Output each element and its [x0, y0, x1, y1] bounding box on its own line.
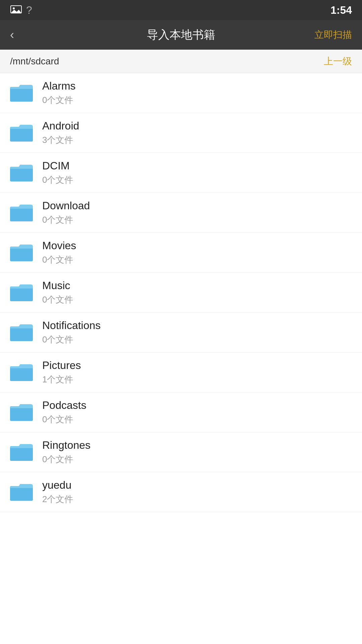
page-title: 导入本地书籍	[147, 27, 215, 43]
svg-rect-12	[10, 249, 33, 261]
folder-icon	[10, 243, 33, 263]
folder-item[interactable]: Podcasts 0个文件	[0, 392, 362, 432]
folder-name: Android	[42, 120, 79, 132]
folder-count: 0个文件	[42, 334, 101, 345]
folder-info: DCIM 0个文件	[42, 160, 73, 186]
folder-name: DCIM	[42, 160, 73, 172]
folder-info: Movies 0个文件	[42, 239, 76, 266]
scan-button[interactable]: 立即扫描	[314, 29, 352, 41]
folder-info: yuedu 2个文件	[42, 479, 73, 505]
svg-rect-22	[10, 448, 33, 461]
gallery-icon	[10, 4, 22, 16]
current-path: /mnt/sdcard	[10, 56, 59, 67]
svg-marker-2	[11, 10, 21, 13]
folder-item[interactable]: Notifications 0个文件	[0, 313, 362, 353]
folder-item[interactable]: Movies 0个文件	[0, 233, 362, 273]
folder-info: Notifications 0个文件	[42, 319, 101, 345]
folder-item[interactable]: Android 3个文件	[0, 113, 362, 153]
svg-rect-10	[10, 209, 33, 221]
folder-icon	[10, 482, 33, 502]
folder-icon	[10, 123, 33, 143]
folder-name: Alarms	[42, 80, 76, 92]
status-time: 1:54	[330, 4, 352, 16]
folder-name: Ringtones	[42, 439, 90, 451]
folder-icon	[10, 282, 33, 303]
status-bar: ? 1:54	[0, 0, 362, 20]
folder-name: Download	[42, 200, 90, 212]
folder-info: Alarms 0个文件	[42, 80, 76, 106]
status-icons: ?	[10, 4, 32, 16]
folder-name: Podcasts	[42, 399, 86, 412]
folder-count: 0个文件	[42, 294, 73, 306]
folder-count: 0个文件	[42, 414, 86, 425]
svg-rect-18	[10, 368, 33, 381]
folder-info: Android 3个文件	[42, 120, 79, 146]
folder-info: Ringtones 0个文件	[42, 439, 90, 465]
folder-count: 3个文件	[42, 134, 79, 146]
svg-rect-20	[10, 408, 33, 421]
folder-info: Download 0个文件	[42, 200, 90, 226]
folder-item[interactable]: yuedu 2个文件	[0, 472, 362, 512]
back-button[interactable]: ‹	[10, 28, 30, 42]
folder-icon	[10, 322, 33, 342]
folder-count: 0个文件	[42, 453, 90, 465]
svg-rect-16	[10, 328, 33, 341]
folder-icon	[10, 402, 33, 422]
folder-name: yuedu	[42, 479, 73, 491]
folder-name: Pictures	[42, 359, 81, 372]
folder-count: 0个文件	[42, 174, 73, 186]
folder-item[interactable]: Download 0个文件	[0, 193, 362, 233]
folder-name: Music	[42, 279, 73, 292]
folder-count: 1个文件	[42, 374, 81, 385]
folder-list: Alarms 0个文件 Android 3个文件 DCIM 0个文件	[0, 73, 362, 512]
folder-icon	[10, 163, 33, 183]
folder-info: Podcasts 0个文件	[42, 399, 86, 425]
folder-count: 0个文件	[42, 254, 76, 266]
svg-rect-6	[10, 129, 33, 142]
folder-item[interactable]: DCIM 0个文件	[0, 153, 362, 193]
folder-info: Pictures 1个文件	[42, 359, 81, 385]
folder-icon	[10, 83, 33, 103]
folder-name: Movies	[42, 239, 76, 252]
folder-item[interactable]: Pictures 1个文件	[0, 353, 362, 392]
folder-count: 0个文件	[42, 94, 76, 106]
folder-name: Notifications	[42, 319, 101, 332]
folder-icon	[10, 362, 33, 382]
folder-item[interactable]: Ringtones 0个文件	[0, 432, 362, 472]
path-bar: /mnt/sdcard 上一级	[0, 50, 362, 73]
svg-rect-4	[10, 89, 33, 102]
svg-rect-8	[10, 169, 33, 181]
title-bar: ‹ 导入本地书籍 立即扫描	[0, 20, 362, 50]
svg-rect-24	[10, 488, 33, 501]
folder-count: 0个文件	[42, 214, 90, 226]
up-level-button[interactable]: 上一级	[324, 55, 352, 68]
svg-point-1	[13, 7, 15, 9]
folder-info: Music 0个文件	[42, 279, 73, 306]
folder-icon	[10, 203, 33, 223]
folder-item[interactable]: Alarms 0个文件	[0, 73, 362, 113]
folder-count: 2个文件	[42, 493, 73, 505]
svg-rect-14	[10, 288, 33, 301]
folder-item[interactable]: Music 0个文件	[0, 273, 362, 313]
question-icon: ?	[26, 4, 32, 16]
folder-icon	[10, 442, 33, 462]
